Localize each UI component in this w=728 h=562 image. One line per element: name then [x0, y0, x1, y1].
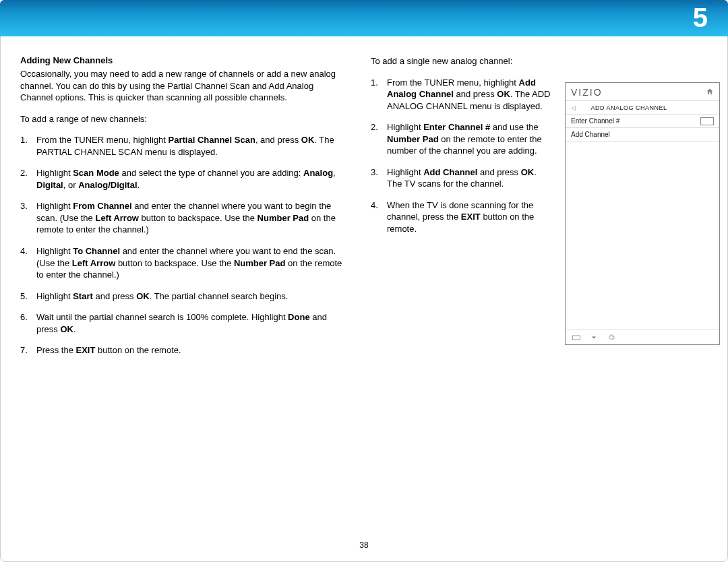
- step-item: 1.From the TUNER menu, highlight Partial…: [20, 134, 344, 158]
- bold-term: To Channel: [73, 246, 120, 256]
- bold-term: Add Channel: [423, 167, 477, 177]
- bold-term: Number Pad: [234, 258, 286, 268]
- bold-term: Enter Channel #: [423, 122, 490, 132]
- wide-icon: [572, 334, 580, 342]
- step-number: 4.: [371, 199, 378, 212]
- bold-term: Number Pad: [257, 213, 309, 223]
- step-item: 3.Highlight Add Channel and press OK. Th…: [371, 166, 553, 190]
- step-number: 3.: [371, 166, 378, 179]
- osd-menu: VIZIO ◁ ADD ANALOG CHANNEL Enter Channel…: [565, 82, 720, 345]
- step-number: 1.: [371, 77, 378, 89]
- step-number: 5.: [20, 290, 28, 303]
- step-item: 2.Highlight Enter Channel # and use the …: [371, 121, 553, 157]
- bold-term: From Channel: [73, 201, 131, 211]
- section-heading: Adding New Channels: [20, 55, 344, 65]
- step-number: 1.: [20, 134, 28, 146]
- bold-term: Left Arrow: [72, 258, 116, 268]
- svg-rect-0: [573, 336, 580, 340]
- step-item: 5.Highlight Start and press OK. The part…: [20, 290, 344, 303]
- osd-header: VIZIO: [566, 83, 719, 100]
- step-number: 4.: [20, 245, 28, 257]
- osd-body: [566, 141, 719, 330]
- bold-term: OK: [497, 89, 510, 99]
- osd-title: ADD ANALOG CHANNEL: [591, 104, 667, 111]
- bold-term: Digital: [36, 180, 63, 190]
- bold-term: Number Pad: [387, 134, 439, 144]
- bold-term: OK: [60, 324, 73, 334]
- step-item: 2.Highlight Scan Mode and select the typ…: [20, 167, 344, 191]
- channel-number-field: [700, 117, 714, 125]
- lead-sentence-right: To add a single new analog channel:: [371, 55, 553, 67]
- bold-term: OK: [521, 167, 535, 177]
- gear-icon: [607, 334, 615, 342]
- bold-term: OK: [301, 135, 315, 145]
- bold-term: Add Analog Channel: [387, 77, 536, 100]
- bold-term: Start: [73, 291, 93, 301]
- osd-title-row: ◁ ADD ANALOG CHANNEL: [566, 100, 719, 114]
- osd-brand: VIZIO: [571, 87, 603, 98]
- bold-term: Scan Mode: [73, 168, 119, 178]
- step-number: 7.: [20, 344, 28, 356]
- bold-term: EXIT: [461, 212, 481, 222]
- bold-term: OK: [136, 291, 150, 301]
- bold-term: EXIT: [76, 345, 96, 355]
- bold-term: Partial Channel Scan: [169, 135, 255, 145]
- intro-paragraph: Occasionally, you may need to add a new …: [20, 68, 344, 104]
- left-column: Adding New Channels Occasionally, you ma…: [20, 55, 344, 366]
- page-number: 38: [0, 540, 728, 550]
- step-number: 6.: [20, 311, 28, 323]
- osd-row-add-channel: Add Channel: [566, 127, 719, 141]
- bold-term: Left Arrow: [95, 213, 139, 223]
- steps-right: 1.From the TUNER menu, highlight Add Ana…: [371, 77, 553, 235]
- step-item: 7.Press the EXIT button on the remote.: [20, 344, 344, 356]
- osd-row2-label: Add Channel: [571, 131, 610, 138]
- steps-left: 1.From the TUNER menu, highlight Partial…: [20, 134, 344, 356]
- step-item: 4.Highlight To Channel and enter the cha…: [20, 245, 344, 281]
- bold-term: Analog/Digital: [78, 180, 137, 190]
- bold-term: Analog: [303, 168, 333, 178]
- home-icon: [706, 88, 714, 97]
- step-item: 6.Wait until the partial channel search …: [20, 311, 344, 335]
- step-number: 3.: [20, 200, 28, 212]
- right-column: To add a single new analog channel: 1.Fr…: [371, 55, 553, 366]
- back-triangle-icon: ◁: [571, 104, 576, 111]
- osd-row1-label: Enter Channel #: [571, 117, 619, 125]
- lead-sentence-left: To add a range of new channels:: [20, 113, 344, 125]
- osd-footer: [566, 330, 719, 344]
- osd-row-enter-channel: Enter Channel #: [566, 114, 719, 127]
- chapter-banner: 5: [0, 0, 728, 36]
- step-item: 1.From the TUNER menu, highlight Add Ana…: [371, 77, 553, 113]
- step-item: 4.When the TV is done scanning for the c…: [371, 199, 553, 235]
- bold-term: Done: [288, 312, 310, 322]
- chapter-number: 5: [693, 3, 708, 33]
- step-number: 2.: [371, 121, 378, 133]
- step-item: 3.Highlight From Channel and enter the c…: [20, 200, 344, 236]
- step-number: 2.: [20, 167, 28, 179]
- chevron-down-icon: [590, 334, 598, 342]
